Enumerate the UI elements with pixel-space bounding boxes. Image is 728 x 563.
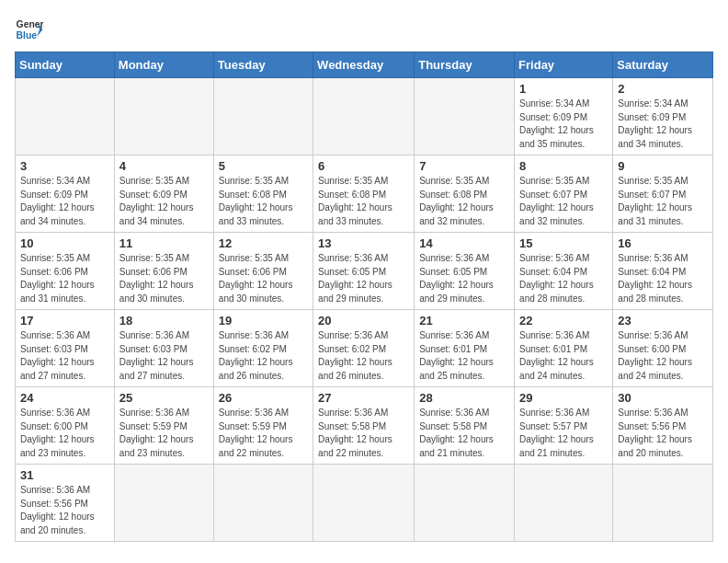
day-number: 3 [20,159,109,173]
calendar-cell: 12Sunrise: 5:35 AM Sunset: 6:06 PM Dayli… [213,233,313,310]
day-info: Sunrise: 5:36 AM Sunset: 5:57 PM Dayligh… [519,407,608,460]
calendar-cell: 15Sunrise: 5:36 AM Sunset: 6:04 PM Dayli… [515,233,613,310]
day-number: 4 [119,159,209,173]
day-number: 14 [419,236,509,250]
svg-text:Blue: Blue [17,30,38,40]
calendar-week-2: 3Sunrise: 5:34 AM Sunset: 6:09 PM Daylig… [16,155,713,233]
day-info: Sunrise: 5:36 AM Sunset: 6:04 PM Dayligh… [519,252,608,305]
day-info: Sunrise: 5:35 AM Sunset: 6:07 PM Dayligh… [618,175,708,228]
day-info: Sunrise: 5:34 AM Sunset: 6:09 PM Dayligh… [20,175,109,228]
day-number: 15 [519,236,608,250]
day-info: Sunrise: 5:36 AM Sunset: 6:00 PM Dayligh… [20,407,109,460]
day-number: 13 [318,236,409,250]
day-info: Sunrise: 5:35 AM Sunset: 6:07 PM Dayligh… [519,175,608,228]
weekday-header-row: SundayMondayTuesdayWednesdayThursdayFrid… [16,52,713,78]
day-info: Sunrise: 5:35 AM Sunset: 6:08 PM Dayligh… [318,175,409,228]
weekday-header-wednesday: Wednesday [313,52,415,78]
calendar-cell: 2Sunrise: 5:34 AM Sunset: 6:09 PM Daylig… [613,78,713,155]
day-number: 6 [318,159,409,173]
calendar-cell: 11Sunrise: 5:35 AM Sunset: 6:06 PM Dayli… [114,233,213,310]
calendar-cell [313,78,415,155]
day-info: Sunrise: 5:36 AM Sunset: 6:04 PM Dayligh… [618,252,708,305]
calendar-cell [114,78,213,155]
day-number: 24 [20,391,109,405]
day-number: 10 [20,236,109,250]
calendar-cell: 7Sunrise: 5:35 AM Sunset: 6:08 PM Daylig… [415,155,515,233]
day-info: Sunrise: 5:36 AM Sunset: 6:00 PM Dayligh… [618,329,708,383]
day-number: 2 [618,82,708,96]
day-info: Sunrise: 5:36 AM Sunset: 5:56 PM Dayligh… [20,484,109,537]
calendar-cell: 19Sunrise: 5:36 AM Sunset: 6:02 PM Dayli… [213,310,313,387]
calendar-cell: 5Sunrise: 5:35 AM Sunset: 6:08 PM Daylig… [213,155,313,233]
day-info: Sunrise: 5:35 AM Sunset: 6:06 PM Dayligh… [119,252,209,305]
day-info: Sunrise: 5:36 AM Sunset: 6:01 PM Dayligh… [419,329,509,383]
day-number: 18 [119,314,209,327]
calendar-cell: 27Sunrise: 5:36 AM Sunset: 5:58 PM Dayli… [313,387,415,465]
day-number: 17 [20,314,109,327]
day-number: 8 [519,159,608,173]
day-info: Sunrise: 5:35 AM Sunset: 6:09 PM Dayligh… [119,175,209,228]
day-info: Sunrise: 5:36 AM Sunset: 6:05 PM Dayligh… [419,252,509,305]
day-info: Sunrise: 5:36 AM Sunset: 5:58 PM Dayligh… [318,407,409,460]
calendar-cell: 26Sunrise: 5:36 AM Sunset: 5:59 PM Dayli… [213,387,313,465]
calendar-cell: 8Sunrise: 5:35 AM Sunset: 6:07 PM Daylig… [515,155,613,233]
day-number: 5 [219,159,308,173]
day-number: 16 [618,236,708,250]
day-info: Sunrise: 5:36 AM Sunset: 6:01 PM Dayligh… [519,329,608,383]
calendar-cell: 25Sunrise: 5:36 AM Sunset: 5:59 PM Dayli… [114,387,213,465]
day-number: 21 [419,314,509,327]
day-number: 22 [519,314,608,327]
calendar-cell: 31Sunrise: 5:36 AM Sunset: 5:56 PM Dayli… [16,465,115,542]
logo: General Blue [15,15,44,44]
calendar-week-6: 31Sunrise: 5:36 AM Sunset: 5:56 PM Dayli… [16,465,713,542]
day-info: Sunrise: 5:36 AM Sunset: 5:58 PM Dayligh… [419,407,509,460]
day-info: Sunrise: 5:36 AM Sunset: 6:02 PM Dayligh… [219,329,308,383]
day-number: 26 [219,391,308,405]
calendar-cell [313,465,415,542]
calendar-cell [515,465,613,542]
day-info: Sunrise: 5:36 AM Sunset: 6:02 PM Dayligh… [318,329,409,383]
day-info: Sunrise: 5:35 AM Sunset: 6:06 PM Dayligh… [219,252,308,305]
day-info: Sunrise: 5:34 AM Sunset: 6:09 PM Dayligh… [618,98,708,151]
calendar-cell: 9Sunrise: 5:35 AM Sunset: 6:07 PM Daylig… [613,155,713,233]
calendar-cell: 21Sunrise: 5:36 AM Sunset: 6:01 PM Dayli… [415,310,515,387]
calendar-cell [213,465,313,542]
weekday-header-thursday: Thursday [415,52,515,78]
weekday-header-sunday: Sunday [16,52,115,78]
day-info: Sunrise: 5:36 AM Sunset: 6:03 PM Dayligh… [119,329,209,383]
day-info: Sunrise: 5:34 AM Sunset: 6:09 PM Dayligh… [519,98,608,151]
day-number: 19 [219,314,308,327]
calendar-cell [415,78,515,155]
calendar-cell [114,465,213,542]
day-info: Sunrise: 5:36 AM Sunset: 5:59 PM Dayligh… [219,407,308,460]
weekday-header-tuesday: Tuesday [213,52,313,78]
weekday-header-friday: Friday [515,52,613,78]
calendar-cell: 16Sunrise: 5:36 AM Sunset: 6:04 PM Dayli… [613,233,713,310]
calendar-cell: 20Sunrise: 5:36 AM Sunset: 6:02 PM Dayli… [313,310,415,387]
page-header: General Blue [15,15,713,44]
weekday-header-saturday: Saturday [613,52,713,78]
calendar-week-3: 10Sunrise: 5:35 AM Sunset: 6:06 PM Dayli… [16,233,713,310]
calendar-cell: 10Sunrise: 5:35 AM Sunset: 6:06 PM Dayli… [16,233,115,310]
day-info: Sunrise: 5:35 AM Sunset: 6:06 PM Dayligh… [20,252,109,305]
day-number: 12 [219,236,308,250]
calendar-cell: 30Sunrise: 5:36 AM Sunset: 5:56 PM Dayli… [613,387,713,465]
day-number: 23 [618,314,708,327]
calendar-cell: 28Sunrise: 5:36 AM Sunset: 5:58 PM Dayli… [415,387,515,465]
day-info: Sunrise: 5:36 AM Sunset: 6:05 PM Dayligh… [318,252,409,305]
day-number: 28 [419,391,509,405]
day-info: Sunrise: 5:35 AM Sunset: 6:08 PM Dayligh… [219,175,308,228]
day-number: 11 [119,236,209,250]
calendar-cell: 23Sunrise: 5:36 AM Sunset: 6:00 PM Dayli… [613,310,713,387]
calendar-week-5: 24Sunrise: 5:36 AM Sunset: 6:00 PM Dayli… [16,387,713,465]
calendar-cell: 29Sunrise: 5:36 AM Sunset: 5:57 PM Dayli… [515,387,613,465]
calendar-cell [613,465,713,542]
day-number: 31 [20,468,109,482]
day-number: 20 [318,314,409,327]
day-info: Sunrise: 5:36 AM Sunset: 5:59 PM Dayligh… [119,407,209,460]
calendar-week-1: 1Sunrise: 5:34 AM Sunset: 6:09 PM Daylig… [16,78,713,155]
calendar-cell: 24Sunrise: 5:36 AM Sunset: 6:00 PM Dayli… [16,387,115,465]
day-info: Sunrise: 5:35 AM Sunset: 6:08 PM Dayligh… [419,175,509,228]
day-number: 25 [119,391,209,405]
calendar-cell: 13Sunrise: 5:36 AM Sunset: 6:05 PM Dayli… [313,233,415,310]
